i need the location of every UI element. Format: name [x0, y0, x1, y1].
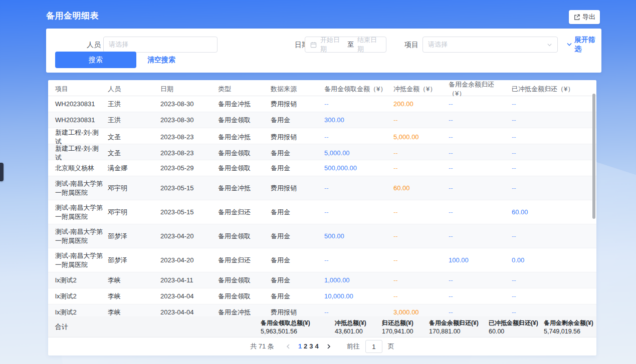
goto-label: 前往	[347, 342, 360, 351]
cell-offset_return: --	[512, 308, 592, 317]
cell-balance_return: --	[449, 308, 512, 317]
cell-received: 5,000.00	[324, 149, 393, 158]
cell-offset: --	[393, 232, 449, 241]
cell-balance_return: --	[449, 292, 512, 301]
cell-person: 王洪	[108, 100, 160, 109]
cell-type: 备用金领取	[218, 116, 271, 125]
cell-person: 王洪	[108, 116, 160, 125]
next-page-button[interactable]	[323, 340, 335, 352]
cell-project: 测试-南昌大学第一附属医院	[55, 251, 108, 269]
cell-date: 2023-05-15	[160, 184, 218, 193]
cell-offset: --	[393, 276, 449, 285]
goto-page-input[interactable]	[365, 340, 382, 353]
table-row: lx测试2李峡2023-04-04备用金冲抵费用报销--3,000.00----	[48, 304, 596, 316]
cell-offset: 5,000.00	[393, 133, 449, 142]
cell-offset_return: --	[512, 133, 592, 142]
summary-item: 备用金剩余金额(¥)5,749,019.56	[544, 319, 593, 335]
expand-filter-link[interactable]: 展开筛选	[566, 37, 601, 53]
cell-project: lx测试2	[55, 276, 108, 285]
cell-person: 邓宇明	[108, 184, 160, 193]
cell-balance_return: --	[449, 100, 512, 109]
cell-received: --	[324, 100, 393, 109]
cell-offset: 60.00	[393, 184, 449, 193]
cell-source: 备用金	[271, 276, 324, 285]
summary-item-label: 备用金领取总额(¥)	[261, 319, 310, 327]
cell-source: 备用金	[271, 164, 324, 173]
cell-received: 500,000.00	[324, 164, 393, 173]
calendar-icon	[310, 42, 317, 48]
cell-project: 新建工程-刘-测试	[55, 128, 108, 146]
pagination: 共 71 条 1234 前往 页	[48, 337, 596, 355]
cell-type: 备用金领取	[218, 276, 271, 285]
cell-type: 备用金领取	[218, 149, 271, 158]
cell-offset_return: --	[512, 149, 592, 158]
cell-date: 2023-04-04	[160, 292, 218, 301]
export-button[interactable]: 导出	[569, 10, 600, 24]
cell-project: WH20230831	[55, 116, 108, 125]
vertical-scrollbar[interactable]	[592, 94, 595, 219]
cell-person: 李峡	[108, 292, 160, 301]
cell-project: lx测试2	[55, 292, 108, 301]
date-range-picker[interactable]: 开始日期 至 结束日期	[305, 37, 386, 53]
cell-date: 2023-08-23	[160, 149, 218, 158]
page-number-button[interactable]: 4	[315, 342, 319, 350]
search-button[interactable]: 搜索	[55, 52, 136, 68]
total-count: 共 71 条	[250, 342, 274, 351]
date-start-input[interactable]: 开始日期	[320, 36, 344, 54]
page-suffix-label: 页	[388, 342, 394, 351]
cell-source: 费用报销	[271, 308, 324, 317]
cell-offset: --	[393, 116, 449, 125]
date-end-input[interactable]: 结束日期	[357, 36, 381, 54]
summary-item-value: 5,749,019.56	[544, 327, 593, 335]
page-number-button[interactable]: 1	[298, 342, 302, 350]
cell-type: 备用金冲抵	[218, 100, 271, 109]
clear-search-link[interactable]: 清空搜索	[147, 52, 175, 68]
cell-date: 2023-08-30	[160, 100, 218, 109]
collapsed-sidebar-handle[interactable]	[0, 163, 4, 181]
summary-item-label: 冲抵总额(¥)	[335, 319, 366, 327]
cell-type: 备用金归还	[218, 208, 271, 217]
cell-person: 文圣	[108, 133, 160, 142]
project-select[interactable]: 请选择	[422, 37, 558, 53]
cell-received: --	[324, 184, 393, 193]
cell-offset: --	[393, 164, 449, 173]
cell-person: 文圣	[108, 149, 160, 158]
cell-project: 测试-南昌大学第一附属医院	[55, 203, 108, 221]
cell-source: 备用金	[271, 208, 324, 217]
page-number-button[interactable]: 3	[309, 342, 313, 350]
cell-person: 李峡	[108, 308, 160, 317]
cell-source: 费用报销	[271, 100, 324, 109]
cell-offset_return: --	[512, 276, 592, 285]
export-button-label: 导出	[582, 13, 595, 22]
cell-balance_return: --	[449, 116, 512, 125]
summary-total-label: 合计	[55, 316, 68, 337]
cell-balance_return: --	[449, 133, 512, 142]
table-row: WH20230831王洪2023-08-30备用金领取备用金300.00----…	[48, 112, 596, 128]
cell-received: --	[324, 208, 393, 217]
cell-received: --	[324, 133, 393, 142]
table-row: 测试-南昌大学第一附属医院邵梦泽2023-04-20备用金归还备用金----10…	[48, 248, 596, 272]
chevron-down-icon	[547, 42, 552, 48]
table-row: 新建工程-刘-测试文圣2023-08-23备用金冲抵费用报销--5,000.00…	[48, 128, 596, 144]
cell-source: 备用金	[271, 292, 324, 301]
cell-offset: 200.00	[393, 100, 449, 109]
table-header: 项目人员日期类型数据来源备用金领取金额（¥）冲抵金额（¥）备用金余额归还（¥）已…	[48, 80, 596, 96]
cell-date: 2023-04-20	[160, 232, 218, 241]
cell-source: 费用报销	[271, 184, 324, 193]
cell-type: 备用金冲抵	[218, 308, 271, 317]
summary-item: 归还总额(¥)170,941.00	[382, 319, 413, 335]
person-select-placeholder: 请选择	[109, 40, 128, 49]
cell-balance_return: --	[449, 232, 512, 241]
cell-person: 李峡	[108, 276, 160, 285]
column-header: 备用金领取金额（¥）	[324, 85, 393, 94]
cell-date: 2023-08-30	[160, 116, 218, 125]
cell-offset_return: 0.00	[512, 256, 592, 265]
cell-offset_return: 60.00	[512, 208, 592, 217]
page-number-button[interactable]: 2	[304, 342, 307, 350]
cell-project: 北京顺义杨林	[55, 164, 108, 173]
person-select[interactable]: 请选择	[103, 37, 218, 53]
cell-balance_return: --	[449, 164, 512, 173]
cell-type: 备用金冲抵	[218, 133, 271, 142]
prev-page-button[interactable]	[282, 340, 294, 352]
cell-date: 2023-04-04	[160, 308, 218, 317]
